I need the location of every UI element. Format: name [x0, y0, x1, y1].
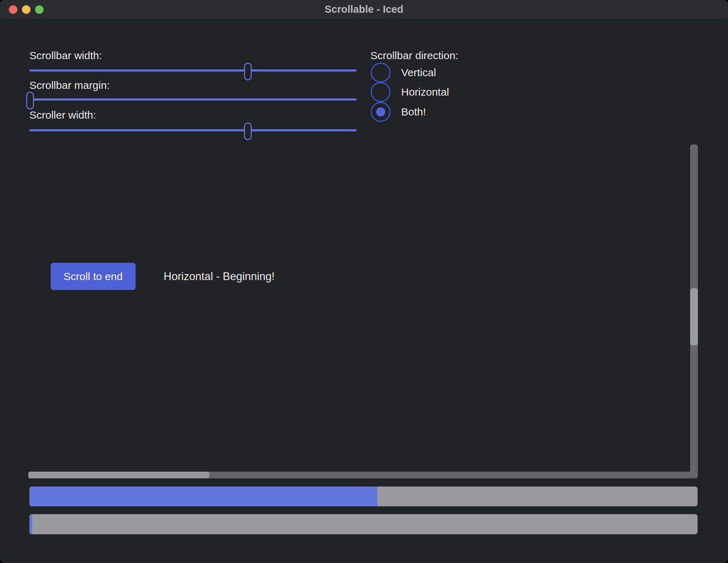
close-button[interactable]	[9, 5, 17, 14]
horizontal-progress-bar	[29, 487, 698, 506]
radio-both[interactable]: Both!	[371, 102, 426, 122]
scrollbar-width-label: Scrollbar width:	[29, 50, 102, 62]
scrollbar-direction-label: Scrollbar direction:	[370, 50, 458, 62]
scroller-width-slider-rail[interactable]	[29, 129, 357, 131]
scrollbar-width-slider-handle[interactable]	[244, 63, 252, 80]
radio-circle-icon[interactable]	[371, 102, 391, 122]
horizontal-scrollbar-track[interactable]	[28, 472, 691, 478]
traffic-lights	[9, 0, 44, 19]
scrollbar-margin-label: Scrollbar margin:	[29, 79, 110, 91]
radio-horizontal-label: Horizontal	[401, 86, 449, 98]
radio-vertical-label: Vertical	[401, 67, 436, 79]
scrollbar-margin-slider-rail[interactable]	[29, 98, 357, 101]
window-title: Scrollable - Iced	[325, 4, 403, 15]
radio-vertical[interactable]: Vertical	[371, 63, 436, 83]
app-window: Scrollable - Iced Scrollbar width: Scrol…	[0, 0, 728, 563]
radio-horizontal[interactable]: Horizontal	[371, 82, 449, 102]
zoom-button[interactable]	[35, 5, 44, 14]
vertical-progress-fill	[29, 514, 32, 534]
radio-both-label: Both!	[401, 106, 426, 118]
scroller-width-label: Scroller width:	[29, 109, 96, 121]
vertical-progress-bar	[29, 514, 698, 534]
radio-circle-icon[interactable]	[371, 63, 391, 83]
vertical-scrollbar-track[interactable]	[690, 144, 698, 478]
radio-circle-icon[interactable]	[371, 82, 391, 102]
vertical-scrollbar-thumb[interactable]	[690, 288, 698, 345]
scroll-to-end-button[interactable]: Scroll to end	[51, 263, 136, 290]
horizontal-progress-fill	[29, 487, 377, 506]
minimize-button[interactable]	[22, 5, 30, 14]
scrollbar-width-slider-rail[interactable]	[29, 69, 357, 72]
horizontal-scrollbar-thumb[interactable]	[28, 472, 209, 478]
scroller-width-slider-handle[interactable]	[244, 123, 252, 140]
radio-dot-icon	[376, 107, 385, 116]
scroll-status-text: Horizontal - Beginning!	[164, 270, 275, 283]
title-bar: Scrollable - Iced	[0, 0, 728, 19]
scrollbar-margin-slider-handle[interactable]	[26, 92, 34, 109]
